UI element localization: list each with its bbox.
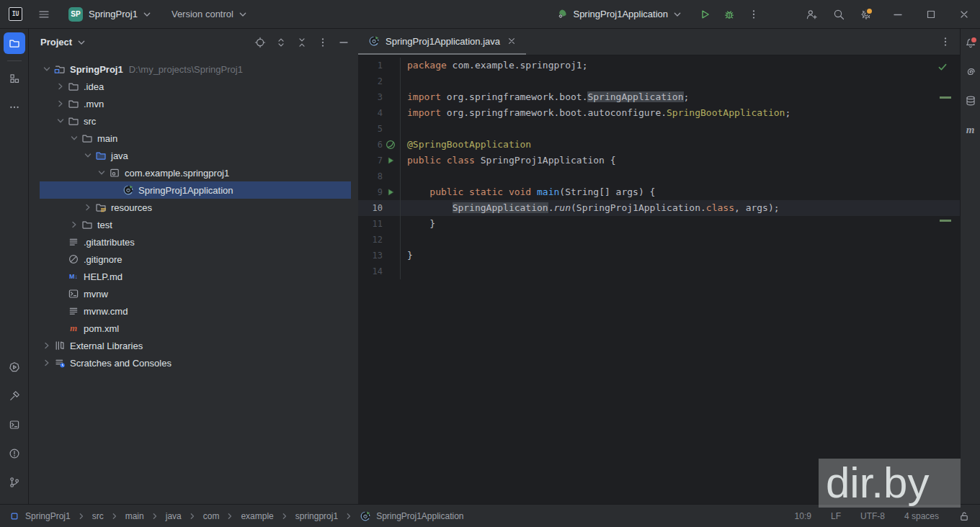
window-close-button[interactable]: [958, 9, 970, 20]
chevron-right-icon[interactable]: [40, 340, 53, 351]
code-line-5[interactable]: 5: [358, 121, 960, 137]
run-gutter-icon[interactable]: [383, 184, 398, 200]
error-stripe-mark[interactable]: [940, 220, 951, 222]
project-avatar[interactable]: SP: [68, 7, 83, 22]
code-line-6[interactable]: 6@SpringBootApplication: [358, 137, 960, 153]
more-vertical-icon[interactable]: [940, 36, 951, 48]
breadcrumb-item[interactable]: example: [241, 511, 273, 521]
code-line-14[interactable]: 14: [358, 264, 960, 279]
tree-item-com-example-springproj1[interactable]: com.example.springproj1: [40, 164, 351, 181]
ai-assistant-icon[interactable]: [965, 66, 976, 78]
breadcrumb-item[interactable]: SpringProj1: [25, 511, 71, 521]
code-line-4[interactable]: 4import org.springframework.boot.autocon…: [358, 105, 960, 121]
tree-item--gitattributes[interactable]: .gitattributes: [40, 233, 351, 251]
code-line-8[interactable]: 8: [358, 168, 960, 184]
database-icon[interactable]: [965, 95, 976, 107]
search-icon[interactable]: [833, 9, 845, 20]
breadcrumb-item[interactable]: java: [166, 511, 182, 521]
maven-icon[interactable]: m: [965, 124, 976, 135]
collapse-all-icon[interactable]: [296, 37, 308, 48]
code-line-1[interactable]: 1package com.example.springproj1;: [358, 58, 960, 73]
expand-all-icon[interactable]: [275, 37, 287, 48]
chevron-right-icon[interactable]: [53, 98, 67, 109]
breadcrumb-item[interactable]: springproj1: [295, 511, 338, 521]
run-button[interactable]: [699, 9, 710, 20]
tool-button-terminal-tool[interactable]: [4, 414, 25, 436]
project-name-menu[interactable]: SpringProj1: [89, 9, 138, 19]
tree-item-springproj1[interactable]: SpringProj1D:\my_projects\SpringProj1: [40, 60, 351, 78]
editor-area[interactable]: SpringProj1Application.java 1package com…: [358, 29, 960, 504]
chevron-right-icon[interactable]: [81, 202, 94, 213]
run-configuration-select[interactable]: SpringProj1Application: [573, 9, 668, 19]
tree-item-pom-xml[interactable]: mpom.xml: [40, 320, 351, 337]
hide-icon[interactable]: [338, 37, 349, 48]
chevron-right-icon[interactable]: [67, 219, 81, 230]
tree-item-src[interactable]: src: [40, 112, 351, 130]
tree-item-resources[interactable]: resources: [40, 199, 351, 216]
inspections-check-icon[interactable]: [937, 61, 948, 73]
tree-item-scratches-and-consoles[interactable]: Scratches and Consoles: [40, 354, 351, 371]
breadcrumb-item[interactable]: SpringProj1Application: [376, 511, 463, 521]
debug-button[interactable]: [723, 9, 735, 20]
add-user-icon[interactable]: [806, 9, 817, 20]
window-maximize-button[interactable]: [925, 9, 937, 20]
tree-item-help-md[interactable]: M↓HELP.md: [40, 268, 351, 285]
tree-item-external-libraries[interactable]: External Libraries: [40, 337, 351, 354]
tree-item-mvnw-cmd[interactable]: mvnw.cmd: [40, 302, 351, 320]
tool-button-more[interactable]: [4, 96, 25, 118]
code-line-12[interactable]: 12: [358, 232, 960, 248]
editor-tab[interactable]: SpringProj1Application.java: [358, 29, 526, 55]
tree-item--idea[interactable]: .idea: [40, 78, 351, 95]
tool-button-version-control[interactable]: [4, 472, 25, 493]
tool-button-project[interactable]: [4, 32, 25, 54]
tree-item--gitignore[interactable]: .gitignore: [40, 251, 351, 268]
locate-icon[interactable]: [254, 37, 266, 48]
close-icon[interactable]: [506, 35, 517, 47]
breadcrumb-chevron-icon: [187, 510, 198, 522]
code-line-10[interactable]: 10 SpringApplication.run(SpringProj1Appl…: [358, 200, 960, 216]
breadcrumb-item[interactable]: src: [92, 511, 104, 521]
code-line-3[interactable]: 3import org.springframework.boot.SpringA…: [358, 89, 960, 105]
chevron-down-icon[interactable]: [67, 132, 81, 144]
more-vertical-icon[interactable]: [317, 37, 329, 48]
code-line-9[interactable]: 9 public static void main(String[] args)…: [358, 184, 960, 200]
notifications-icon[interactable]: [965, 37, 976, 49]
tree-item--mvn[interactable]: .mvn: [40, 95, 351, 112]
chevron-down-icon[interactable]: [40, 63, 53, 75]
breadcrumb-item[interactable]: main: [125, 511, 144, 521]
tree-item-java[interactable]: java: [40, 147, 351, 164]
window-minimize-button[interactable]: [892, 9, 904, 20]
tool-button-build[interactable]: [4, 385, 25, 407]
spring-bean-icon[interactable]: [383, 137, 398, 153]
chevron-down-icon[interactable]: [53, 115, 67, 127]
version-control-menu[interactable]: Version control: [172, 9, 233, 19]
code-line-7[interactable]: 7public class SpringProj1Application {: [358, 153, 960, 168]
tool-button-run-tool[interactable]: [4, 356, 25, 378]
more-actions-icon[interactable]: [748, 9, 760, 20]
chevron-right-icon[interactable]: [53, 81, 67, 92]
tool-button-structure[interactable]: [4, 68, 25, 89]
tree-item-mvnw[interactable]: mvnw: [40, 285, 351, 302]
chevron-down-icon[interactable]: [94, 167, 108, 179]
status-line-separator[interactable]: LF: [831, 511, 841, 521]
code-line-13[interactable]: 13}: [358, 248, 960, 264]
unlock-icon[interactable]: [958, 510, 970, 522]
main-menu-icon[interactable]: [38, 9, 50, 20]
run-gutter-icon[interactable]: [383, 153, 398, 168]
code-line-2[interactable]: 2: [358, 73, 960, 89]
code-editor[interactable]: 1package com.example.springproj1;23impor…: [358, 55, 960, 504]
code-line-11[interactable]: 11 }: [358, 216, 960, 232]
tree-item-test[interactable]: test: [40, 216, 351, 233]
project-panel-title[interactable]: Project: [40, 37, 72, 48]
chevron-down-icon[interactable]: [81, 150, 94, 161]
settings-gear-icon[interactable]: [860, 9, 872, 20]
tree-item-main[interactable]: main: [40, 130, 351, 147]
status-caret-position[interactable]: 10:9: [795, 511, 811, 521]
status-indent-size[interactable]: 4 spaces: [904, 511, 939, 521]
tool-button-problems[interactable]: [4, 443, 25, 464]
status-file-encoding[interactable]: UTF-8: [860, 511, 885, 521]
breadcrumb-item[interactable]: com: [203, 511, 220, 521]
tree-item-springproj1application[interactable]: SpringProj1Application: [40, 181, 351, 199]
chevron-right-icon[interactable]: [40, 357, 53, 369]
error-stripe-mark[interactable]: [940, 96, 951, 99]
